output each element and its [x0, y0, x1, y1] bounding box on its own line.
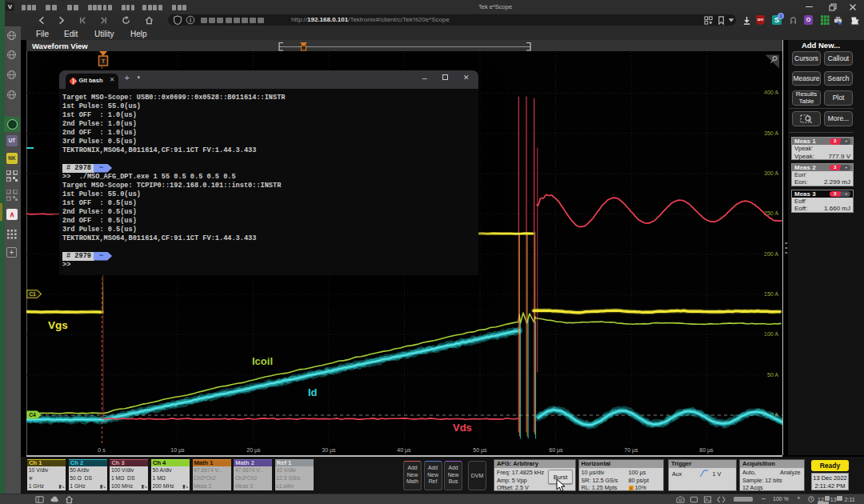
svg-text:C4: C4 — [29, 412, 36, 418]
svg-text:T: T — [102, 58, 106, 65]
svg-text:C1: C1 — [29, 291, 36, 297]
